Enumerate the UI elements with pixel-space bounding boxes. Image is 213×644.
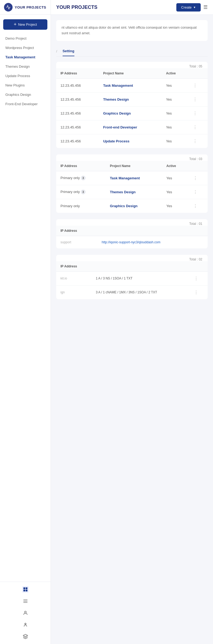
person-icon[interactable]	[22, 622, 29, 628]
more-actions-cell[interactable]: ⋮	[189, 78, 208, 92]
project-name-cell[interactable]: Themes Design	[106, 185, 162, 199]
description-text: nt ullamco est sit aliqua dolor do amet …	[62, 25, 202, 36]
dns-value-cell: http://iqonic-support-nyc3/qlouddash.com	[97, 236, 208, 248]
ip-cell: Primary only 3	[56, 185, 106, 199]
projects-icon[interactable]	[22, 586, 29, 593]
table-row: 12.23.45.456 Graphics Design Yes ⋮	[56, 106, 208, 120]
active-cell: Yes	[162, 92, 189, 106]
section-2: Total : 03 IP Address Project Name Activ…	[56, 154, 208, 213]
col-ip-4: IP Address	[56, 261, 92, 272]
col-val-4	[92, 261, 190, 272]
section3-total: Total : 01	[56, 219, 208, 226]
sidebar-item-graphics[interactable]: Graphics Design	[2, 90, 48, 99]
more-actions-cell[interactable]: ⋮	[189, 199, 208, 213]
col-ip-3: IP Address	[56, 226, 97, 236]
header: YOUR PROJECTS Create ▼ ☰	[51, 0, 213, 15]
project-name-cell[interactable]: Task Management	[99, 78, 162, 92]
badge: 3	[81, 176, 86, 180]
ip-cell: 12.23.45.456	[56, 106, 99, 120]
sidebar-item-task[interactable]: Task Management	[2, 53, 48, 62]
table-row: 12.23.45.456 Themes Design Yes ⋮	[56, 92, 208, 106]
new-project-label: New Project	[18, 22, 37, 26]
create-button[interactable]: Create ▼	[176, 3, 201, 12]
page-title: YOUR PROJECTS	[56, 5, 97, 10]
section4-total: Total : 02	[56, 255, 208, 261]
sidebar-item-frontend[interactable]: Front-End Developer	[2, 100, 48, 108]
section-4: Total : 02 IP Address kit.io 1 A / 3 NS …	[56, 255, 208, 299]
ip-cell: Primary only	[56, 199, 106, 213]
ip-cell: 12.23.45.456	[56, 92, 99, 106]
section2-table: IP Address Project Name Active Primary o…	[56, 161, 208, 213]
more-actions-cell[interactable]: ⋮	[189, 185, 208, 199]
sidebar-item-update[interactable]: Update Process	[2, 71, 48, 80]
svg-rect-2	[23, 590, 25, 592]
section-1: Total : 05 IP Address Project Name Activ…	[56, 62, 208, 148]
section2-total: Total : 03	[56, 154, 208, 161]
tasks-icon[interactable]	[22, 598, 29, 604]
more-actions-cell[interactable]: ⋮	[189, 134, 208, 148]
col-name-2: Project Name	[106, 161, 162, 171]
section3-table: IP Address support http://iqonic-support…	[56, 226, 208, 248]
dns-value-cell: 1 A / 3 NS / 1SOA / 1 TXT	[92, 271, 190, 285]
col-active-2: Active	[162, 161, 189, 171]
section1-total: Total : 05	[56, 62, 208, 68]
col-active-1: Active	[162, 68, 189, 79]
sidebar-item-demo[interactable]: Demo Project	[2, 34, 48, 43]
project-name-cell[interactable]: Graphics Design	[99, 106, 162, 120]
col-actions-4	[190, 261, 208, 272]
logo-icon	[4, 3, 13, 12]
table-row: 12.23.45.456 Update Process Yes ⋮	[56, 134, 208, 148]
active-cell: Yes	[162, 171, 189, 185]
plus-icon: +	[14, 22, 17, 27]
table-row: 12.23.45.456 Front-end Developer Yes ⋮	[56, 120, 208, 134]
ip-cell: 12.23.45.456	[56, 120, 99, 134]
table-row: Primary only 3 Themes Design Yes ⋮	[56, 185, 208, 199]
more-actions-cell[interactable]: ⋮	[190, 285, 208, 299]
type-cell: ign	[56, 285, 92, 299]
create-label: Create	[181, 5, 192, 9]
svg-rect-0	[23, 588, 25, 589]
content-area: nt ullamco est sit aliqua dolor do amet …	[51, 15, 213, 311]
badge: 3	[81, 190, 86, 194]
project-name-cell[interactable]: Front-end Developer	[99, 120, 162, 134]
description-box: nt ullamco est sit aliqua dolor do amet …	[56, 20, 208, 41]
project-name-cell[interactable]: Task Management	[106, 171, 162, 185]
tab-setting[interactable]: Setting	[63, 46, 74, 56]
project-name-cell[interactable]: Graphics Design	[106, 199, 162, 213]
sidebar-item-wordpress[interactable]: Wordpress Project	[2, 43, 48, 52]
more-actions-cell[interactable]: ⋮	[189, 171, 208, 185]
table-row: Primary only 3 Task Management Yes ⋮	[56, 171, 208, 185]
more-actions-cell[interactable]: ⋮	[189, 92, 208, 106]
col-val-3	[97, 226, 208, 236]
create-caret-icon: ▼	[193, 6, 196, 9]
project-name-cell[interactable]: Themes Design	[99, 92, 162, 106]
sidebar-bottom-icons	[0, 582, 51, 644]
more-actions-cell[interactable]: ⋮	[190, 271, 208, 285]
section1-table: IP Address Project Name Active 12.23.45.…	[56, 68, 208, 148]
svg-point-8	[25, 623, 26, 624]
header-actions: Create ▼ ☰	[176, 3, 208, 12]
type-cell: kit.io	[56, 271, 92, 285]
table-row: ign 3 A / 1 cNAME / 1MX / 3NS / 1SOA / 2…	[56, 285, 208, 299]
ip-cell: 12.23.45.456	[56, 78, 99, 92]
project-name-cell[interactable]: Update Process	[99, 134, 162, 148]
active-cell: Yes	[162, 185, 189, 199]
new-project-button[interactable]: + New Project	[3, 19, 47, 30]
sidebar-item-themes[interactable]: Themes Design	[2, 62, 48, 71]
svg-marker-9	[23, 634, 28, 637]
section4-table: IP Address kit.io 1 A / 3 NS / 1SOA / 1 …	[56, 261, 208, 299]
more-actions-cell[interactable]: ⋮	[189, 120, 208, 134]
more-actions-cell[interactable]: ⋮	[189, 106, 208, 120]
menu-icon[interactable]: ☰	[203, 4, 208, 10]
main-content: YOUR PROJECTS Create ▼ ☰ nt ullamco est …	[51, 0, 213, 644]
active-cell: Yes	[162, 120, 189, 134]
sidebar-logo: YOUR PROJECTS	[0, 0, 51, 15]
col-actions-1	[189, 68, 208, 79]
people-icon[interactable]	[22, 610, 29, 616]
table-row: support http://iqonic-support-nyc3/qloud…	[56, 236, 208, 248]
sidebar-item-plugins[interactable]: New Plugins	[2, 81, 48, 90]
table-row: kit.io 1 A / 3 NS / 1SOA / 1 TXT ⋮	[56, 271, 208, 285]
section-3: Total : 01 IP Address support http://iqo…	[56, 219, 208, 248]
active-cell: Yes	[162, 78, 189, 92]
layers-icon[interactable]	[22, 633, 29, 640]
